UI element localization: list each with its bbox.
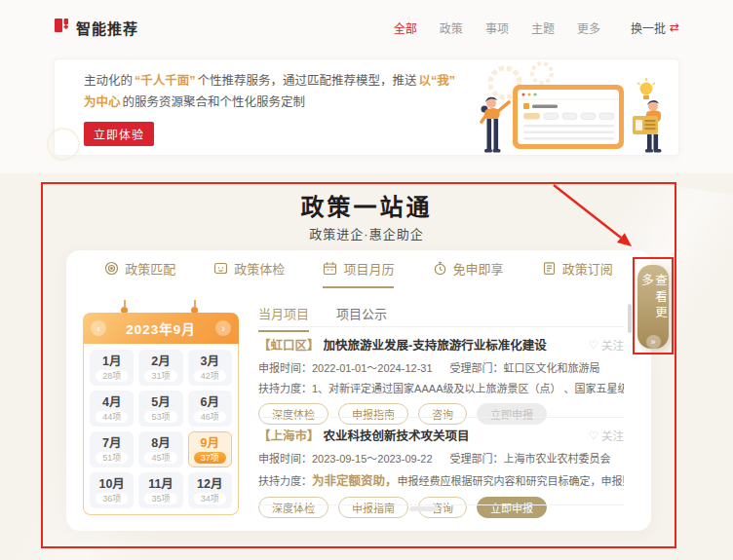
nav-item-all[interactable]: 全部 <box>394 19 417 36</box>
project-meta: 申报时间：2022-01-01～2024-12-31受理部门：虹口区文化和旅游局 <box>258 359 624 375</box>
apply-period: 2023-09-15～2023-09-22 <box>312 453 433 465</box>
calendar-prev-button[interactable]: ‹ <box>91 320 106 336</box>
banner-deco-circle <box>47 128 80 161</box>
month-cell-feb[interactable]: 2月31项 <box>138 350 182 386</box>
support-highlight: 为非定额资助， <box>312 474 398 488</box>
nav-item-matters[interactable]: 事项 <box>485 19 509 36</box>
brand: 智能推荐 <box>54 18 138 38</box>
calendar-next-button[interactable]: › <box>215 320 231 336</box>
list-scroll-hint <box>409 506 439 511</box>
apply-guide-button[interactable]: 申报指南 <box>338 497 408 518</box>
month-cell-dec[interactable]: 12月34项 <box>188 472 232 508</box>
tab-no-application-benefit[interactable]: 免申即享 <box>433 259 504 288</box>
scrollbar-thumb[interactable] <box>628 304 632 333</box>
project-list-tabs: 当月项目 项目公示 <box>258 304 387 332</box>
tab-project-calendar[interactable]: 项目月历 <box>323 259 394 288</box>
follow-button[interactable]: ♡ 关注 <box>589 337 624 353</box>
banner-description: 主动化的“千人千面”个性推荐服务，通过匹配推荐模型，推送以“我”为中心的服务资源… <box>84 70 459 113</box>
refresh-batch-button[interactable]: 换一批 ⇄ <box>631 19 679 36</box>
month-cell-jan[interactable]: 1月28项 <box>90 350 134 386</box>
logo-icon <box>54 18 69 37</box>
calendar-icon <box>323 261 337 276</box>
month-cell-sep-active[interactable]: 9月37项 <box>188 431 232 467</box>
calendar-title: 2023年9月 <box>126 318 196 338</box>
project-title[interactable]: 农业科技创新技术攻关项目 <box>324 426 589 444</box>
divider <box>258 417 624 418</box>
heart-icon: ♡ <box>589 429 598 442</box>
month-cell-may[interactable]: 5月53项 <box>138 391 182 427</box>
apply-now-button[interactable]: 立即申报 <box>477 497 547 518</box>
recommend-banner: 主动化的“千人千面”个性推荐服务，通过匹配推荐模型，推送以“我”为中心的服务资源… <box>54 58 679 156</box>
project-support: 扶持力度：为非定额资助，申报经费应根据研究内容和研究目标确定，申报财政支持经费总… <box>258 470 624 489</box>
tab-current-month-projects[interactable]: 当月项目 <box>258 304 309 332</box>
follow-button[interactable]: ♡ 关注 <box>589 428 624 443</box>
apply-period: 2022-01-01～2024-12-31 <box>312 362 433 374</box>
nav-item-more[interactable]: 更多 <box>577 19 600 36</box>
deep-check-button[interactable]: 深度体检 <box>258 497 328 518</box>
service-tabs: 政策匹配 政策体检 <box>66 256 651 291</box>
tab-project-announcements[interactable]: 项目公示 <box>336 304 387 332</box>
banner-illustration <box>444 59 674 161</box>
tab-policy-match[interactable]: 政策匹配 <box>104 259 175 288</box>
consult-button[interactable]: 咨询 <box>418 403 467 425</box>
section-subtitle: 政策进企·惠企助企 <box>0 224 733 243</box>
divider <box>258 504 624 505</box>
swap-icon: ⇄ <box>670 21 679 33</box>
filter-nav: 全部 政策 事项 主题 更多 换一批 ⇄ <box>394 19 679 36</box>
calendar-header: ‹ 2023年9月 › <box>83 313 239 344</box>
page-title: 智能推荐 <box>76 18 138 38</box>
month-cell-apr[interactable]: 4月44项 <box>90 391 134 427</box>
project-actions: 深度体检 申报指南 咨询 立即申报 <box>258 403 624 425</box>
month-cell-jun[interactable]: 6月46项 <box>188 391 232 427</box>
apply-now-button-disabled: 立即申报 <box>477 403 547 425</box>
project-title[interactable]: 加快旅游业发展-支持旅游行业标准化建设 <box>324 335 589 354</box>
tab-policy-checkup[interactable]: 政策体检 <box>213 259 285 288</box>
page: 智能推荐 全部 政策 事项 主题 更多 换一批 ⇄ 主动化的“千人千面”个性推荐… <box>0 0 733 560</box>
try-now-button[interactable]: 立即体验 <box>84 122 154 146</box>
target-icon <box>104 261 119 276</box>
highlight-phrase: “千人千面” <box>135 74 196 88</box>
project-region-tag: 【虹口区】 <box>258 335 320 354</box>
apply-guide-button[interactable]: 申报指南 <box>338 403 408 425</box>
project-meta: 申报时间：2023-09-15～2023-09-22受理部门：上海市农业农村委员… <box>258 450 624 466</box>
stopwatch-icon <box>433 261 447 276</box>
accepting-department: 虹口区文化和旅游局 <box>504 362 600 374</box>
double-chevron-icon: » <box>646 335 661 349</box>
section-title: 政策一站通 <box>0 188 733 222</box>
month-calendar: ‹ 2023年9月 › 1月28项 2月31项 3月42项 4月44项 5月53… <box>83 313 239 515</box>
project-actions: 深度体检 申报指南 咨询 立即申报 <box>258 497 624 518</box>
accepting-department: 上海市农业农村委员会 <box>504 453 611 465</box>
nav-item-policy[interactable]: 政策 <box>440 19 463 36</box>
heart-icon: ♡ <box>589 338 598 352</box>
calendar-grid: 1月28项 2月31项 3月42项 4月44项 5月53项 6月46项 7月51… <box>83 344 239 515</box>
month-cell-jul[interactable]: 7月51项 <box>90 431 134 467</box>
project-support: 扶持力度：1、对新评定通过国家AAAA级及以上旅游景区（点） 、国家五星级饭店、… <box>258 380 624 395</box>
project-item-hongkou: 【虹口区】 加快旅游业发展-支持旅游行业标准化建设 ♡ 关注 申报时间：2022… <box>258 335 624 425</box>
month-cell-aug[interactable]: 8月45项 <box>138 431 182 467</box>
month-cell-oct[interactable]: 10月36项 <box>90 472 134 508</box>
tab-policy-subscribe[interactable]: 政策订阅 <box>542 259 613 288</box>
divider <box>258 326 624 327</box>
health-check-icon <box>213 261 228 276</box>
policy-onestop-card: 政策匹配 政策体检 <box>66 250 651 531</box>
nav-item-topics[interactable]: 主题 <box>531 19 555 36</box>
month-cell-nov[interactable]: 11月35项 <box>138 472 182 508</box>
smart-recommend-header: 智能推荐 全部 政策 事项 主题 更多 换一批 ⇄ <box>54 16 679 39</box>
project-region-tag: 【上海市】 <box>258 426 320 444</box>
deep-check-button[interactable]: 深度体检 <box>258 403 328 425</box>
month-cell-mar[interactable]: 3月42项 <box>188 350 232 386</box>
subscribe-doc-icon <box>542 261 557 276</box>
view-more-button[interactable]: 查看更多 » <box>637 265 669 349</box>
